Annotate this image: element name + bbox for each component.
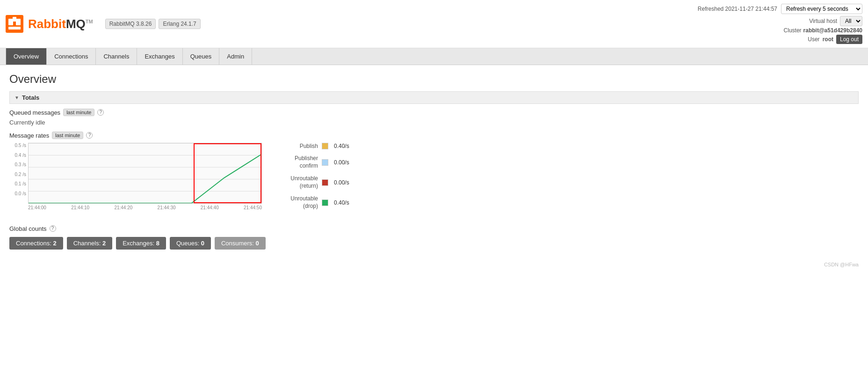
nav-item-queues[interactable]: Queues <box>183 48 220 65</box>
message-rates-tag: last minute <box>52 132 83 139</box>
virtual-host-select[interactable]: All <box>840 16 862 26</box>
y-label-3: 0.3 /s <box>15 162 26 167</box>
nav-item-admin[interactable]: Admin <box>219 48 252 65</box>
logo-rabbit: Rabbit <box>28 17 66 31</box>
y-label-2: 0.2 /s <box>15 172 26 177</box>
y-label-1: 0.1 /s <box>15 181 26 186</box>
message-rates-label: Message rates <box>9 132 49 139</box>
legend-color-publish <box>322 143 328 149</box>
virtual-host-label: Virtual host <box>809 18 837 24</box>
queued-messages-label-row: Queued messages last minute ? <box>9 109 859 116</box>
legend-label-publish: Publish <box>276 143 318 149</box>
legend-label-publisher-confirm: Publisherconfirm <box>276 155 318 169</box>
y-label-0: 0.0 /s <box>15 191 26 196</box>
chart-container: 0.5 /s 0.4 /s 0.3 /s 0.2 /s 0.1 /s 0.0 /… <box>9 143 859 216</box>
page-title: Overview <box>9 73 859 86</box>
queued-messages-tag: last minute <box>63 109 94 116</box>
legend-value-publish: 0.40/s <box>334 143 349 149</box>
main-content: Overview ▼ Totals Queued messages last m… <box>0 65 868 257</box>
svg-rect-4 <box>13 17 16 22</box>
message-rates-header: Message rates last minute ? <box>9 132 859 139</box>
x-label-3: 21:44:30 <box>158 205 176 210</box>
refresh-select[interactable]: Refresh every 5 seconds Refresh every 10… <box>781 4 862 14</box>
legend-color-unroutable-drop <box>322 199 328 206</box>
legend-value-publisher-confirm: 0.00/s <box>334 159 349 166</box>
nav-item-overview[interactable]: Overview <box>6 48 47 65</box>
user-value: root <box>823 36 833 43</box>
counts-row: Connections: 2 Channels: 2 Exchanges: 8 … <box>9 237 859 250</box>
count-badge-channels[interactable]: Channels: 2 <box>67 237 112 250</box>
cluster-value: rabbit@a51d429b2840 <box>803 27 862 34</box>
user-row: User root Log out <box>698 35 862 44</box>
svg-rect-1 <box>8 19 13 25</box>
message-rates-help-icon[interactable]: ? <box>86 132 93 139</box>
header-right: Refreshed 2021-11-27 21:44:57 Refresh ev… <box>698 4 862 44</box>
x-label-5: 21:44:50 <box>244 205 262 210</box>
currently-idle: Currently idle <box>9 119 859 126</box>
chart-x-axis: 21:44:00 21:44:10 21:44:20 21:44:30 21:4… <box>28 204 262 210</box>
legend-value-unroutable-drop: 0.40/s <box>334 199 349 206</box>
nav-item-exchanges[interactable]: Exchanges <box>137 48 182 65</box>
x-label-2: 21:44:20 <box>114 205 132 210</box>
svg-rect-2 <box>16 19 21 25</box>
nav-item-channels[interactable]: Channels <box>96 48 137 65</box>
rabbitmq-version-badge: RabbitMQ 3.8.26 <box>105 19 156 29</box>
legend-color-unroutable-return <box>322 179 328 186</box>
count-badge-connections[interactable]: Connections: 2 <box>9 237 63 250</box>
footer-text: CSDN @HFwa <box>824 262 859 267</box>
refresh-row: Refreshed 2021-11-27 21:44:57 Refresh ev… <box>698 4 862 14</box>
virtual-host-row: Virtual host All <box>698 16 862 26</box>
count-badge-exchanges[interactable]: Exchanges: 8 <box>116 237 166 250</box>
cluster-label: Cluster <box>784 27 802 34</box>
x-label-4: 21:44:40 <box>201 205 219 210</box>
legend-item-publish: Publish 0.40/s <box>276 143 369 149</box>
count-badge-consumers[interactable]: Consumers: 0 <box>215 237 266 250</box>
logout-button[interactable]: Log out <box>836 35 862 44</box>
logo-text: RabbitMQTM <box>28 17 93 31</box>
rabbitmq-logo-icon <box>6 15 23 33</box>
totals-section-header[interactable]: ▼ Totals <box>9 91 859 104</box>
legend-color-publisher-confirm <box>322 159 328 166</box>
erlang-version-badge: Erlang 24.1.7 <box>159 19 200 29</box>
queued-messages-label: Queued messages <box>9 109 60 116</box>
x-label-1: 21:44:10 <box>71 205 89 210</box>
svg-rect-3 <box>8 27 21 29</box>
global-counts-label: Global counts <box>9 225 47 232</box>
y-label-4: 0.4 /s <box>15 153 26 158</box>
global-counts-header: Global counts ? <box>9 225 859 232</box>
logo-area: RabbitMQTM RabbitMQ 3.8.26 Erlang 24.1.7 <box>6 15 201 33</box>
nav-item-connections[interactable]: Connections <box>47 48 96 65</box>
cluster-row: Cluster rabbit@a51d429b2840 <box>698 27 862 34</box>
user-label: User <box>808 36 819 43</box>
version-badges: RabbitMQ 3.8.26 Erlang 24.1.7 <box>105 19 201 29</box>
legend-item-unroutable-drop: Unroutable(drop) 0.40/s <box>276 195 369 210</box>
legend-item-publisher-confirm: Publisherconfirm 0.00/s <box>276 155 369 169</box>
chart-area: 0.5 /s 0.4 /s 0.3 /s 0.2 /s 0.1 /s 0.0 /… <box>9 143 262 210</box>
header: RabbitMQTM RabbitMQ 3.8.26 Erlang 24.1.7… <box>0 0 868 48</box>
chart-legend: Publish 0.40/s Publisherconfirm 0.00/s U… <box>276 143 369 216</box>
chart-y-axis: 0.5 /s 0.4 /s 0.3 /s 0.2 /s 0.1 /s 0.0 /… <box>9 143 28 196</box>
count-badge-queues[interactable]: Queues: 0 <box>170 237 211 250</box>
legend-item-unroutable-return: Unroutable(return) 0.00/s <box>276 175 369 190</box>
legend-label-unroutable-return: Unroutable(return) <box>276 175 318 190</box>
chart-svg <box>29 143 261 203</box>
logo-mq: MQ <box>66 17 86 31</box>
x-label-0: 21:44:00 <box>28 205 46 210</box>
legend-value-unroutable-return: 0.00/s <box>334 179 349 186</box>
chart-graph <box>28 143 262 204</box>
footer: CSDN @HFwa <box>0 257 868 272</box>
queued-messages-help-icon[interactable]: ? <box>97 109 104 116</box>
y-label-5: 0.5 /s <box>15 143 26 148</box>
global-counts-help-icon[interactable]: ? <box>50 225 56 232</box>
legend-label-unroutable-drop: Unroutable(drop) <box>276 195 318 210</box>
totals-section-title: Totals <box>22 94 39 101</box>
logo-tm: TM <box>86 19 93 24</box>
refreshed-timestamp: Refreshed 2021-11-27 21:44:57 <box>698 6 777 12</box>
totals-chevron-icon: ▼ <box>14 95 19 100</box>
main-nav: Overview Connections Channels Exchanges … <box>0 48 868 65</box>
